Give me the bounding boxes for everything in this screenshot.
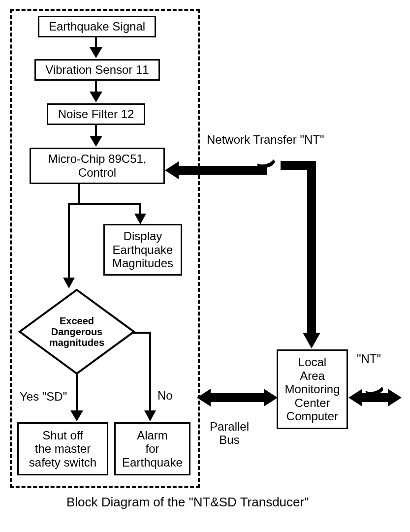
svg-marker-3 bbox=[144, 410, 156, 421]
box-text: Earthquake Signal bbox=[49, 20, 145, 33]
arrow-parallel-bus bbox=[197, 389, 278, 407]
box-text: Shut off the master safety switch bbox=[29, 429, 96, 469]
label-no: No bbox=[158, 389, 173, 403]
decision-exceed-dangerous: Exceed Dangerous magnitudes bbox=[18, 288, 136, 376]
box-display-magnitudes: Display Earthquake Magnitudes bbox=[103, 224, 182, 276]
box-alarm: Alarm for Earthquake bbox=[114, 422, 190, 475]
label-parallel-bus: Parallel Bus bbox=[210, 406, 249, 447]
decision-text: Exceed Dangerous magnitudes bbox=[49, 315, 104, 348]
svg-marker-4 bbox=[303, 333, 320, 348]
connector-no-alarm bbox=[130, 331, 160, 424]
connector-micro-to-decision bbox=[54, 184, 84, 290]
box-text: Display Earthquake Magnitudes bbox=[112, 229, 173, 270]
label-yes: Yes "SD" bbox=[20, 390, 67, 404]
box-text: Alarm for Earthquake bbox=[122, 429, 183, 469]
box-noise-filter: Noise Filter 12 bbox=[47, 103, 145, 125]
box-shut-off: Shut off the master safety switch bbox=[17, 422, 108, 475]
diagram-title: Block Diagram of the "NT&SD Transducer" bbox=[66, 495, 309, 510]
label-network-transfer: Network Transfer "NT" bbox=[207, 133, 364, 147]
box-text: Local Area Monitoring Center Computer bbox=[284, 355, 340, 423]
box-text: Noise Filter 12 bbox=[58, 107, 134, 121]
svg-marker-2 bbox=[63, 278, 75, 288]
label-nt: "NT" bbox=[357, 352, 381, 366]
svg-marker-1 bbox=[134, 214, 146, 224]
connector-micro-to-display bbox=[74, 184, 153, 226]
arrow-nt-elbow-down bbox=[278, 157, 327, 352]
box-text: Vibration Sensor 11 bbox=[45, 63, 149, 77]
box-micro-chip: Micro-Chip 89C51, Control bbox=[30, 148, 165, 184]
box-local-monitoring: Local Area Monitoring Center Computer bbox=[277, 349, 348, 429]
box-vibration-sensor: Vibration Sensor 11 bbox=[34, 59, 160, 81]
box-earthquake-signal: Earthquake Signal bbox=[38, 16, 156, 37]
box-text: Micro-Chip 89C51, Control bbox=[48, 152, 146, 179]
arrow-nt-to-micro bbox=[165, 161, 267, 179]
arrow-nt-right bbox=[348, 389, 402, 407]
